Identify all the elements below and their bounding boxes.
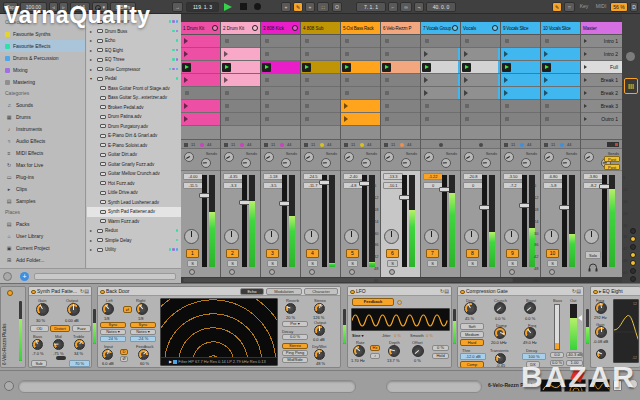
clip-slot-row1[interactable] [341, 35, 380, 48]
stereo-width-knob[interactable] [314, 303, 325, 314]
clip-slot-row7[interactable] [341, 113, 380, 126]
send-a-knob[interactable] [264, 152, 274, 162]
mixer-section-toggle-1[interactable] [630, 236, 636, 242]
peak-level-field[interactable]: -4.35 [223, 173, 243, 180]
pingpong-mode-button[interactable]: Ping Pong [282, 350, 308, 356]
mixer-section-toggle-4[interactable] [630, 260, 636, 266]
solo-button[interactable]: S [227, 260, 238, 267]
clip-slot-row3[interactable] [181, 61, 220, 74]
medium-mode-button[interactable]: Medium [460, 331, 484, 338]
send-b-post-toggle[interactable]: Post [604, 164, 620, 170]
track-activator-button[interactable]: 8 [466, 249, 479, 258]
clip-slot-row1[interactable] [301, 35, 340, 48]
fuzz-mode-button[interactable]: Fuzz [72, 325, 91, 332]
clip-slot-row3[interactable] [341, 61, 380, 74]
track-activator-button[interactable]: 10 [546, 249, 559, 258]
preview-play-icon[interactable] [3, 272, 12, 281]
phase-value[interactable]: 0 % [432, 345, 449, 351]
send-b-knob[interactable] [481, 158, 491, 168]
clip-slot-row1[interactable] [421, 35, 460, 48]
arm-record-button[interactable] [509, 269, 515, 275]
browser-item-14[interactable]: Guitar Dirt.adv [87, 150, 181, 160]
solo-button[interactable]: S [467, 260, 478, 267]
clip-slot-row2[interactable] [261, 48, 300, 61]
category-item-8[interactable]: ▤Samples [0, 195, 85, 207]
track-activator-button[interactable]: 4 [306, 249, 319, 258]
volume-field[interactable]: -10.1 [383, 182, 403, 189]
hard-mode-button[interactable]: Hard [460, 339, 484, 346]
clip-slot-row5[interactable] [381, 87, 420, 100]
clip-stop-button[interactable] [224, 143, 228, 147]
sub-button[interactable]: Sub [31, 360, 47, 367]
scene-row-1[interactable]: Intro 1 [581, 35, 622, 48]
clip-slot-row7[interactable] [461, 113, 500, 126]
clip-slot-row7[interactable] [221, 113, 260, 126]
send-a-knob[interactable] [504, 152, 514, 162]
echo-drywet-knob[interactable] [314, 349, 325, 360]
mixer-section-toggle-3[interactable] [630, 252, 636, 258]
clip-slot-row5[interactable] [461, 87, 500, 100]
output-knob[interactable] [67, 303, 80, 316]
distort-mode-button[interactable]: Distort [50, 325, 70, 332]
browser-item-13[interactable]: E-Piano Soloist.adv [87, 141, 181, 151]
peak-level-field[interactable]: -13.3 [383, 173, 403, 180]
unfold-track-icon[interactable] [492, 25, 498, 31]
send-b-knob[interactable] [321, 158, 331, 168]
clip-slot-row4[interactable] [261, 74, 300, 87]
volume-fader-lane[interactable] [362, 175, 367, 267]
folder-closed-icon[interactable]: ▸ [90, 245, 95, 255]
clip-slot-row2[interactable] [181, 48, 220, 61]
compgate-title-bar[interactable]: Compression Gate↻▤ [458, 287, 583, 296]
info-view-icon[interactable] [4, 381, 14, 391]
mixer-section-toggle-0[interactable] [630, 228, 636, 234]
pan-knob[interactable] [264, 229, 279, 244]
solo-button[interactable]: S [427, 260, 438, 267]
scene-row-5[interactable]: Break 2 [581, 87, 622, 100]
send-b-knob[interactable] [361, 158, 371, 168]
draw-mode-button[interactable]: ✎ [552, 2, 562, 12]
pan-knob[interactable] [504, 229, 519, 244]
clip-slot-row3[interactable] [461, 61, 500, 74]
track-activator-button[interactable]: 1 [186, 249, 199, 258]
volume-field[interactable]: -11.5 [183, 182, 203, 189]
notes-right-select[interactable]: Notes ▾ [130, 329, 156, 335]
browser-item-5[interactable]: ▸Glue Compressor [87, 65, 181, 75]
track-activator-button[interactable]: 7 [426, 249, 439, 258]
clip-slot-row6[interactable] [181, 100, 220, 113]
pre-post-select[interactable]: Pre ▾ [282, 321, 308, 327]
pan-knob[interactable] [224, 229, 239, 244]
unfold-device-icon[interactable]: ▸ [599, 288, 602, 294]
clip-slot-row1[interactable] [221, 35, 260, 48]
hz-mode-button[interactable]: Hz [370, 345, 380, 351]
track-header[interactable]: 5-Oxi Bass Rack [341, 22, 380, 35]
unfold-track-icon[interactable] [212, 25, 218, 31]
send-a-knob[interactable] [304, 152, 314, 162]
volume-field[interactable]: -7.2 [503, 182, 523, 189]
hot-swap-icon[interactable]: + [20, 272, 29, 281]
volume-fader-lane[interactable] [242, 175, 247, 267]
scene-launch-icon[interactable] [584, 117, 587, 121]
new-scene-button[interactable]: + [281, 2, 291, 12]
boost-knob[interactable] [524, 302, 536, 314]
clip-slot-row6[interactable] [261, 100, 300, 113]
peak-level-field[interactable]: -3.50 [503, 173, 523, 180]
folder-closed-icon[interactable]: ▸ [90, 55, 95, 65]
folder-closed-icon[interactable]: ▸ [90, 226, 95, 236]
scene-row-7[interactable]: Outro 1 [581, 113, 622, 126]
input-knob[interactable] [102, 349, 113, 360]
preview-waveform[interactable] [34, 273, 176, 280]
clip-slot-row4[interactable] [301, 74, 340, 87]
status-field-left[interactable] [18, 380, 356, 393]
device-track-strip[interactable]: 6-Velo-Rezzn Plucks [0, 286, 26, 368]
drive-knob[interactable] [464, 302, 477, 315]
solo-button[interactable]: Solo [585, 251, 601, 259]
offset-knob[interactable] [412, 345, 424, 357]
mixer-section-toggle-2[interactable] [630, 244, 636, 250]
track-header[interactable]: 4 808 Sub [301, 22, 340, 35]
pedal-title-bar[interactable]: Synth Pad Fatte...↻▤ [29, 287, 91, 296]
pan-knob[interactable] [384, 229, 399, 244]
send-a-knob[interactable] [544, 152, 554, 162]
play-button[interactable] [224, 3, 232, 11]
browser-item-23[interactable]: ▸Simple Delay [87, 236, 181, 246]
solo-button[interactable]: S [387, 260, 398, 267]
